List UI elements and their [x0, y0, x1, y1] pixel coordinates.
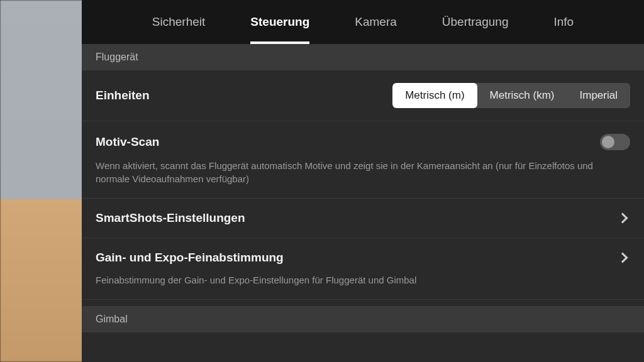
- units-option-metric-km[interactable]: Metrisch (km): [477, 83, 567, 108]
- section-header-aircraft: Fluggerät: [82, 44, 644, 70]
- row-motiv-scan: Motiv-Scan Wenn aktiviert, scannt das Fl…: [82, 121, 644, 199]
- tab-uebertragung[interactable]: Übertragung: [442, 0, 509, 44]
- tab-sicherheit[interactable]: Sicherheit: [152, 0, 206, 44]
- motiv-scan-description: Wenn aktiviert, scannt das Fluggerät aut…: [96, 159, 611, 185]
- units-option-metric-m[interactable]: Metrisch (m): [392, 83, 477, 108]
- units-option-imperial[interactable]: Imperial: [567, 83, 630, 108]
- smartshots-title: SmartShots-Einstellungen: [96, 211, 245, 225]
- tab-bar: Sicherheit Steuerung Kamera Übertragung …: [82, 0, 644, 44]
- units-segmented: Metrisch (m) Metrisch (km) Imperial: [392, 83, 630, 108]
- toggle-knob: [602, 136, 614, 148]
- row-gain-expo[interactable]: Gain- und Expo-Feinabstimmung Feinabstim…: [82, 238, 644, 300]
- row-units: Einheiten Metrisch (m) Metrisch (km) Imp…: [82, 70, 644, 121]
- gain-expo-title: Gain- und Expo-Feinabstimmung: [96, 251, 284, 265]
- settings-panel: Sicherheit Steuerung Kamera Übertragung …: [82, 0, 644, 362]
- section-header-gimbal: Gimbal: [82, 306, 644, 332]
- units-title: Einheiten: [96, 89, 150, 102]
- row-smartshots[interactable]: SmartShots-Einstellungen: [82, 199, 644, 238]
- gain-expo-description: Feinabstimmung der Gain- und Expo-Einste…: [96, 273, 611, 287]
- tab-info[interactable]: Info: [553, 0, 574, 44]
- tab-kamera[interactable]: Kamera: [355, 0, 397, 44]
- motiv-scan-title: Motiv-Scan: [96, 135, 159, 149]
- settings-list: Einheiten Metrisch (m) Metrisch (km) Imp…: [82, 70, 644, 362]
- chevron-right-icon: [618, 213, 628, 224]
- chevron-right-icon: [618, 253, 628, 263]
- motiv-scan-toggle[interactable]: [600, 134, 630, 150]
- tab-steuerung[interactable]: Steuerung: [250, 0, 309, 44]
